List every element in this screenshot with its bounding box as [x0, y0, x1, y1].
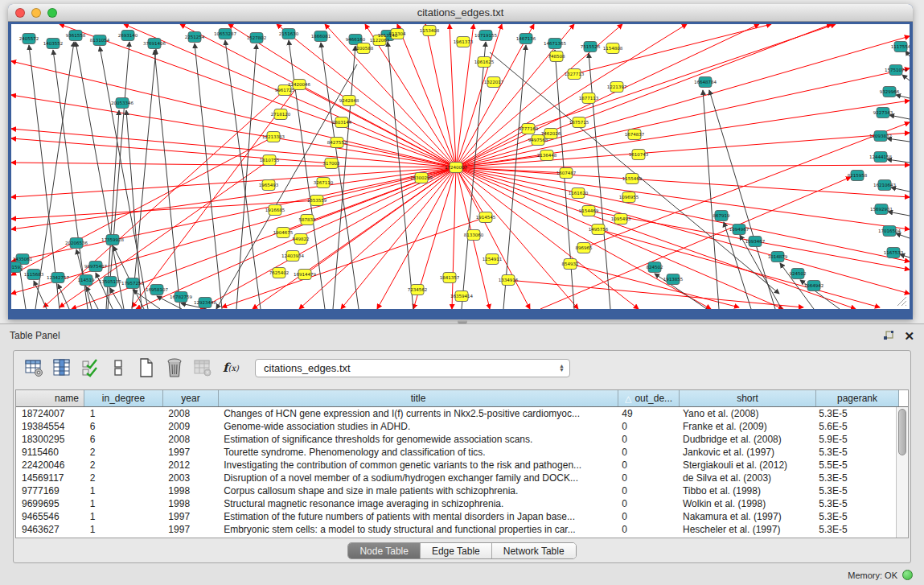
graph-edge[interactable]: [462, 42, 486, 309]
cell-pagerank[interactable]: 5.3E-5: [813, 408, 896, 419]
cell-year[interactable]: 2012: [162, 459, 218, 471]
cell-name[interactable]: 19384554: [16, 421, 84, 432]
cell-outde[interactable]: 0: [616, 434, 677, 445]
cell-outde[interactable]: 0: [616, 524, 677, 535]
cell-short[interactable]: Stergiakouli et al. (2012): [677, 459, 813, 471]
graph-edge[interactable]: [598, 229, 880, 307]
cell-indegree[interactable]: 6: [84, 434, 163, 445]
cell-outde[interactable]: 49: [616, 408, 677, 419]
cell-indegree[interactable]: 1: [84, 524, 163, 535]
cell-name[interactable]: 9699695: [16, 498, 84, 509]
graph-edge[interactable]: [450, 24, 456, 167]
table-row[interactable]: 1830029562008Estimation of significance …: [16, 433, 896, 446]
cell-title[interactable]: Embryonic stem cells: a model to study s…: [218, 524, 616, 535]
cell-year[interactable]: 1997: [162, 524, 218, 535]
show-columns-icon[interactable]: [51, 357, 72, 378]
graph-edge[interactable]: [490, 52, 779, 294]
cell-indegree[interactable]: 2: [84, 472, 163, 484]
graph-edge[interactable]: [703, 90, 719, 309]
graph-edge[interactable]: [503, 45, 526, 309]
tab-network-table[interactable]: Network Table: [492, 543, 576, 558]
graph-edge[interactable]: [333, 46, 355, 309]
column-header-short[interactable]: short: [680, 390, 816, 406]
cell-title[interactable]: Changes of HCN gene expression and I(f) …: [218, 408, 616, 419]
table-mode-icon[interactable]: [23, 357, 44, 378]
cell-pagerank[interactable]: 5.3E-5: [813, 472, 896, 484]
column-header-title[interactable]: title: [219, 390, 618, 406]
graph-edge[interactable]: [456, 133, 910, 167]
cell-name[interactable]: 9463627: [16, 524, 84, 535]
table-row[interactable]: 946362711997Embryonic stem cells: a mode…: [16, 523, 896, 536]
table-row[interactable]: 2242004622012Investigating the contribut…: [16, 459, 896, 472]
cell-year[interactable]: 1997: [162, 511, 218, 522]
cell-short[interactable]: Yano et al. (2008): [677, 408, 813, 419]
graph-edge[interactable]: [456, 24, 687, 167]
close-panel-icon[interactable]: ✕: [904, 330, 914, 342]
graph-edge[interactable]: [11, 163, 456, 167]
column-header-pagerank[interactable]: pagerank: [816, 390, 899, 406]
delete-table-icon[interactable]: [192, 357, 213, 378]
cell-indegree[interactable]: 1: [84, 408, 163, 419]
cell-indegree[interactable]: 6: [84, 421, 163, 432]
cell-indegree[interactable]: 2: [84, 459, 163, 471]
cell-title[interactable]: Estimation of significance thresholds fo…: [218, 434, 616, 445]
cell-year[interactable]: 1997: [162, 447, 218, 458]
graph-edge[interactable]: [452, 167, 456, 309]
cell-year[interactable]: 2009: [162, 421, 218, 432]
graph-edge[interactable]: [888, 212, 910, 216]
cell-name[interactable]: 9465546: [16, 511, 84, 522]
graph-edge[interactable]: [900, 254, 910, 257]
graph-edge[interactable]: [299, 167, 456, 309]
cell-short[interactable]: Tibbo et al. (1998): [677, 485, 813, 496]
create-column-icon[interactable]: [136, 357, 157, 378]
cell-outde[interactable]: 0: [616, 421, 677, 432]
cell-indegree[interactable]: 1: [84, 498, 163, 509]
cell-title[interactable]: Disruption of a novel member of a sodium…: [218, 472, 616, 484]
graph-edge[interactable]: [132, 49, 156, 309]
table-row[interactable]: 977716911998Corpus callosum shape and si…: [16, 484, 896, 497]
graph-edge[interactable]: [896, 95, 910, 98]
tab-edge-table[interactable]: Edge Table: [421, 543, 492, 558]
graph-edge[interactable]: [456, 36, 910, 167]
cell-pagerank[interactable]: 5.5E-5: [813, 459, 896, 471]
table-row[interactable]: 1456911722003Disruption of a novel membe…: [16, 472, 896, 484]
cell-pagerank[interactable]: 5.3E-5: [813, 498, 896, 509]
cell-pagerank[interactable]: 5.6E-5: [813, 421, 896, 432]
cell-pagerank[interactable]: 5.3E-5: [813, 524, 896, 535]
graph-edge[interactable]: [86, 286, 98, 309]
cell-outde[interactable]: 0: [616, 472, 677, 484]
cell-title[interactable]: Estimation of the future numbers of pati…: [218, 511, 616, 522]
graph-edge[interactable]: [889, 115, 910, 119]
graph-edge[interactable]: [11, 129, 456, 167]
graph-edge[interactable]: [11, 167, 456, 294]
graph-edge[interactable]: [589, 53, 610, 309]
cell-indegree[interactable]: 2: [84, 447, 163, 458]
resize-grip-icon[interactable]: [897, 297, 906, 306]
cell-short[interactable]: de Silva et al. (2003): [677, 472, 813, 484]
graph-edge[interactable]: [60, 24, 456, 167]
cell-outde[interactable]: 0: [616, 459, 677, 471]
cell-name[interactable]: 22420046: [16, 459, 84, 471]
cell-name[interactable]: 14569117: [16, 472, 84, 484]
vertical-scrollbar[interactable]: [896, 407, 908, 538]
cell-pagerank[interactable]: 5.3E-5: [813, 485, 896, 496]
cell-indegree[interactable]: 1: [84, 485, 163, 496]
graph-edge[interactable]: [555, 50, 574, 309]
cell-title[interactable]: Tourette syndrome. Phenomenology and cla…: [218, 447, 616, 458]
cell-name[interactable]: 18724007: [16, 408, 84, 419]
graph-edge[interactable]: [456, 24, 832, 167]
cell-outde[interactable]: 0: [616, 511, 677, 522]
cell-name[interactable]: 9115460: [16, 447, 84, 458]
graph-edge[interactable]: [100, 47, 148, 309]
scrollbar-thumb[interactable]: [898, 409, 906, 455]
cell-short[interactable]: Franke et al. (2009): [677, 421, 813, 432]
graph-edge[interactable]: [154, 50, 180, 309]
graph-edge[interactable]: [891, 187, 910, 192]
cell-short[interactable]: Jankovic et al. (1997): [677, 447, 813, 458]
cell-title[interactable]: Structural magnetic resonance image aver…: [218, 498, 616, 509]
graph-edge[interactable]: [425, 24, 456, 167]
row-height-icon[interactable]: [108, 357, 129, 378]
graph-edge[interactable]: [508, 280, 803, 307]
graph-edge[interactable]: [456, 167, 910, 294]
table-row[interactable]: 969969511998Structural magnetic resonanc…: [16, 497, 896, 510]
